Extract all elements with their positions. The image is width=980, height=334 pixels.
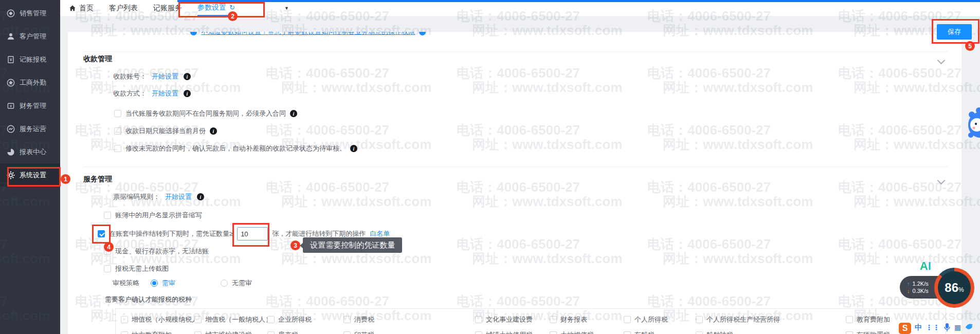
annotation-circle-3: 3 [291, 240, 300, 250]
person-icon [7, 32, 15, 41]
keyboard-icon[interactable]: ▦ [954, 323, 961, 332]
checkbox-checked-icon [98, 230, 105, 237]
checkbox-icon [114, 110, 121, 117]
settings-panel: 不知道参数如何设置？带您了解参数设置如何控制各业务场景的操作权限 收款管理 收款… [68, 32, 961, 334]
radio-no-audit[interactable]: 无需审 [221, 279, 252, 288]
sidebar-item-label: 报表中心 [20, 147, 46, 157]
sidebar-item-field-work[interactable]: 工商外勤 [0, 71, 60, 94]
radio-label: 无需审 [232, 279, 252, 288]
tax-checkbox[interactable]: 土地增值税 [550, 330, 594, 334]
tax-label: 文化事业建设费 [486, 315, 533, 324]
tax-label: 消费税 [354, 315, 374, 324]
checkbox-icon [624, 316, 631, 323]
tax-checkbox[interactable]: 城市维护建设税 [194, 330, 252, 334]
checkbox-label: 收款日期只能选择当前月份 [125, 126, 206, 136]
yuan-book-icon: ¥ [7, 102, 15, 110]
checkbox-icon [267, 316, 275, 323]
tax-label: 个人所得税 [634, 315, 668, 324]
sidebar-item-label: 服务运营 [20, 124, 46, 134]
tax-checkbox[interactable]: 企业所得税 [267, 315, 312, 324]
microphone-icon[interactable] [943, 323, 951, 332]
annotation-circle-2: 2 [228, 11, 238, 21]
tab-label: 首页 [79, 4, 94, 13]
app-window: 电话：4006-6500-27网址：www.tdxsoft.com电话：4006… [0, 0, 980, 334]
sidebar-item-customers[interactable]: 客户管理 [0, 25, 60, 48]
carryover-checkbox-wrapper[interactable]: 4 [98, 230, 105, 237]
setup-link[interactable]: 开始设置 [165, 192, 192, 201]
checkbox-icon [696, 316, 703, 323]
language-mode-icon[interactable]: 中 [915, 323, 922, 332]
tax-checkbox[interactable]: 车辆购置税 [846, 330, 890, 334]
chevron-down-icon[interactable] [937, 177, 946, 185]
tax-checkbox[interactable]: 个人所得税 [624, 315, 668, 324]
percent-ring-widget[interactable]: 86% [934, 268, 974, 308]
tab-home[interactable]: 首页 [69, 0, 94, 16]
voucher-count-wrapper: 3 设置需要控制的凭证数量 [237, 227, 268, 240]
checkbox-icon [624, 331, 631, 334]
checkbox-icon [121, 316, 128, 323]
tax-checkbox[interactable]: 增值税（小规模纳税人） [121, 315, 205, 324]
tax-checkbox[interactable]: 车船税 [624, 330, 655, 334]
checkbox-icon [104, 265, 111, 272]
svg-text:¥: ¥ [9, 57, 12, 62]
tax-checkbox[interactable]: 城镇土地使用税 [475, 330, 533, 334]
percent-number: 86 [945, 281, 958, 295]
sidebar-item-finance[interactable]: ¥ 财务管理 [0, 94, 60, 117]
sogou-ime-icon[interactable]: S [899, 323, 911, 334]
annotation-circle-4: 4 [104, 242, 114, 252]
checkbox-icon [550, 331, 557, 334]
sidebar-item-bookkeeping[interactable]: ¥ 记账报税 [0, 48, 60, 71]
tax-checkbox[interactable]: 增值税（一般纳税人） [194, 315, 272, 324]
tax-checkbox[interactable]: 房产税 [267, 330, 298, 334]
tooltip: 设置需要控制的凭证数量 [303, 237, 402, 253]
checkbox-row-cash-deficit[interactable]: 现金、银行存款赤字，无法结账 [104, 247, 209, 256]
sidebar-item-reports[interactable]: 报表中心 [0, 140, 60, 163]
svg-text:¥: ¥ [10, 103, 12, 108]
tab-customer-list[interactable]: 客户列表 [109, 0, 138, 16]
tax-checkbox[interactable]: 文化事业建设费 [475, 315, 533, 324]
save-button[interactable]: 保存 [937, 24, 972, 40]
tabs-dropdown-caret[interactable]: ▼ [284, 6, 289, 11]
checkbox-icon [343, 331, 351, 334]
collapse-up-icon[interactable] [190, 32, 197, 35]
help-link[interactable]: 不知道参数如何设置？带您了解参数设置如何控制各业务场景的操作权限 [201, 32, 415, 36]
checkbox-label: 现金、银行存款赤字，无法结账 [115, 247, 209, 256]
checkbox-label: 当代账服务收款期间不在合同服务期间，必须录入合同 [125, 109, 286, 118]
percent-sign: % [958, 286, 964, 293]
bird-logo-icon[interactable] [965, 323, 974, 331]
trend-circle-icon [7, 125, 15, 133]
checkbox-row-contract-required[interactable]: 当代账服务收款期间不在合同服务期间，必须录入合同 [114, 109, 297, 118]
radio-need-audit[interactable]: 需审 [151, 279, 175, 288]
sidebar-item-operations[interactable]: 服务运营 [0, 117, 60, 140]
payment-account-row: 收款账号： 开始设置 [113, 72, 191, 81]
tax-checkbox[interactable]: 财务报表 [550, 315, 587, 324]
setup-link[interactable]: 开始设置 [152, 72, 178, 81]
sidebar-item-sales[interactable]: 销售管理 [0, 2, 60, 25]
tax-checkbox[interactable]: 消费税 [343, 315, 374, 324]
checkbox-row-no-screenshot[interactable]: 报税无需上传截图 [104, 264, 169, 273]
tax-checkbox[interactable]: 个人所得税生产经营所得 [696, 315, 780, 324]
tax-checkbox[interactable]: 印花税 [343, 330, 374, 334]
top-blue-strip [177, 0, 980, 2]
tax-checkbox[interactable]: 地方教育附加 [121, 330, 172, 334]
tooltip-text: 设置需要控制的凭证数量 [310, 240, 395, 250]
tab-bookkeeping-service[interactable]: 记账服务 [153, 0, 182, 16]
checkbox-row-current-month-only[interactable]: 收款日期只能选择当前月份 [114, 126, 217, 136]
tax-label: 车辆购置税 [857, 330, 890, 334]
dots-menu-icon[interactable]: ⋮⋮ [925, 323, 940, 332]
collapse-up-icon[interactable] [419, 32, 426, 35]
voucher-count-input[interactable] [237, 227, 268, 240]
refresh-icon[interactable]: ↻ [229, 4, 235, 11]
chevron-down-icon[interactable] [937, 57, 946, 65]
info-icon [210, 127, 217, 135]
checkbox-row-pinyin[interactable]: 账簿中的用户名显示拼音缩写 [104, 211, 202, 220]
sidebar-item-system-settings[interactable]: 系统设置 [0, 163, 60, 187]
sidebar-item-label: 记账报税 [20, 55, 46, 64]
tax-label: 企业所得税 [278, 315, 312, 324]
tax-checkbox[interactable]: 教育费附加 [846, 315, 890, 324]
tax-checkbox[interactable]: 船舶吨税 [696, 330, 733, 334]
upload-speed: 1.2K/s [913, 281, 929, 287]
setup-link[interactable]: 开始设置 [152, 89, 178, 98]
assistant-mascot[interactable] [965, 100, 980, 152]
checkbox-row-auto-diff-record[interactable]: 修改未完款的合同时，确认完款后，自动补差额的收款记录状态为待审核。 [114, 144, 357, 153]
